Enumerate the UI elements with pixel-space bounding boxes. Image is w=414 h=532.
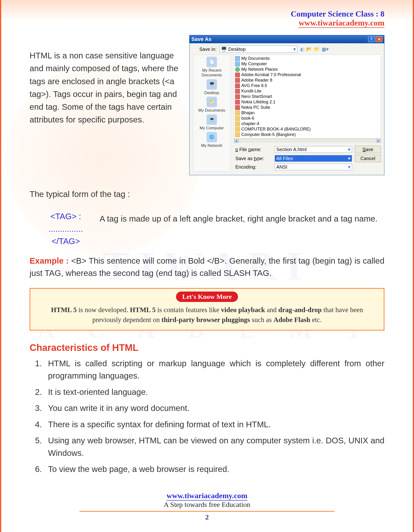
- close-button[interactable]: ✕: [376, 36, 382, 42]
- save-in-label: Save in:: [193, 47, 216, 52]
- filename-input[interactable]: Section A.html▾: [275, 146, 352, 153]
- list-item: There is a specific syntax for defining …: [44, 418, 385, 431]
- cancel-button[interactable]: Cancel: [355, 155, 381, 162]
- horizontal-scrollbar[interactable]: ◂ ▸: [234, 139, 381, 143]
- list-item-label: Kundli-Lite: [241, 89, 261, 94]
- tag-description: A tag is made up of a left angle bracket…: [100, 210, 385, 225]
- list-item[interactable]: My Documents: [235, 56, 380, 61]
- place-documents[interactable]: 📁My Documents: [198, 97, 225, 113]
- list-item[interactable]: Kundli-Lite: [235, 88, 380, 94]
- list-item: You can write it in any word document.: [44, 402, 385, 415]
- app-icon: [235, 78, 240, 83]
- doc-icon: [235, 62, 240, 66]
- list-item-label: chapter-4: [241, 121, 259, 126]
- scroll-left-icon[interactable]: ◂: [234, 139, 239, 143]
- file-list[interactable]: My DocumentsMy ComputerMy Network Places…: [234, 55, 381, 139]
- list-item[interactable]: My Computer: [235, 61, 380, 67]
- list-item: HTML is called scripting or markup langu…: [44, 357, 385, 382]
- savetype-dropdown[interactable]: All Files▾: [275, 155, 352, 162]
- list-item[interactable]: Nokia PC Suite: [235, 105, 380, 110]
- list-item-label: Nokia PC Suite: [241, 105, 270, 110]
- header-url: www.tiwariacademy.com: [298, 19, 385, 28]
- up-icon[interactable]: 📂: [306, 46, 312, 52]
- list-item[interactable]: chapter-4: [235, 121, 380, 126]
- toolbar-icons: ◐ 📂 📁 ▦▾: [300, 46, 329, 52]
- list-item[interactable]: COMPUTER BOOK-4 (BANGLORE): [235, 126, 380, 132]
- place-network[interactable]: 🌐My Network: [201, 132, 222, 148]
- dialog-titlebar: Save As ? ✕: [190, 35, 384, 43]
- tag-form-heading: The typical form of the tag :: [29, 190, 385, 199]
- places-bar: 📄My Recent Documents 🖥️Desktop 📁My Docum…: [193, 55, 231, 172]
- list-item-label: COMPUTER BOOK-4 (BANGLORE): [241, 127, 311, 132]
- list-item-label: AVG Free 8.5: [241, 83, 267, 88]
- list-item-label: Nero StartSmart: [241, 94, 272, 99]
- list-item-label: book-6: [241, 116, 254, 121]
- app-icon: [235, 73, 240, 77]
- app-icon: [235, 89, 240, 94]
- dialog-title: Save As: [191, 36, 212, 42]
- know-more-body: HTML 5 is now developed. HTML 5 is conta…: [37, 305, 377, 325]
- list-item-label: My Computer: [241, 61, 267, 66]
- list-item[interactable]: book-6: [235, 116, 380, 121]
- list-item[interactable]: AVG Free 8.5: [235, 83, 380, 88]
- footer-url: www.tiwariacademy.com: [166, 491, 247, 501]
- desktop-icon: 🖥️: [221, 46, 227, 52]
- help-button[interactable]: ?: [368, 36, 375, 42]
- fold-icon: [235, 111, 240, 115]
- app-icon: [235, 84, 240, 88]
- list-item-label: Bhajan: [241, 110, 255, 115]
- place-desktop[interactable]: 🖥️Desktop: [204, 79, 219, 95]
- list-item[interactable]: Adobe Reader 8: [235, 77, 380, 83]
- list-item[interactable]: Nero StartSmart: [235, 94, 380, 99]
- example-paragraph: Example : <B> This sentence will come in…: [29, 255, 385, 279]
- doc-icon: [235, 56, 240, 61]
- tag-column: <TAG> : ............... </TAG>: [48, 210, 83, 247]
- views-icon[interactable]: ▦▾: [322, 46, 329, 52]
- know-more-box: Let's Know More HTML 5 is now developed.…: [29, 288, 385, 331]
- list-item-label: Computer Book-5 (Banglore): [241, 132, 296, 137]
- fold-icon: [235, 127, 240, 132]
- save-in-value: Desktop: [228, 47, 246, 52]
- list-item-label: My Documents: [241, 56, 270, 61]
- list-item[interactable]: Bhajan: [235, 110, 380, 116]
- list-item: It is text-oriented language.: [44, 386, 385, 399]
- fold-icon: [235, 116, 240, 121]
- list-item: To view the web page, a web browser is r…: [44, 463, 385, 475]
- characteristics-list: HTML is called scripting or markup langu…: [29, 357, 385, 475]
- save-button[interactable]: Save: [355, 146, 381, 153]
- filename-label: n File name:File name:: [234, 147, 272, 152]
- page-title: Computer Science Class : 8: [29, 10, 385, 19]
- new-folder-icon[interactable]: 📁: [314, 46, 320, 52]
- list-item[interactable]: Nokia Lifeblog 2.1: [235, 99, 380, 105]
- characteristics-heading: Characteristics of HTML: [29, 342, 385, 353]
- encoding-dropdown[interactable]: ANSI▾: [275, 164, 352, 170]
- list-item-label: Nokia Lifeblog 2.1: [241, 100, 275, 104]
- fold-icon: [235, 122, 240, 126]
- know-more-pill: Let's Know More: [176, 292, 238, 302]
- list-item-label: Adobe Acrobat 7.0 Professional: [241, 72, 301, 77]
- scroll-right-icon[interactable]: ▸: [376, 139, 381, 143]
- fold-icon: [235, 133, 240, 137]
- save-as-dialog: Save As ? ✕ Save in: 🖥️ Desktop ▾: [189, 35, 385, 175]
- back-icon[interactable]: ◐: [300, 46, 304, 52]
- app-icon: [235, 105, 240, 110]
- list-item: Using any web browser, HTML can be viewe…: [44, 434, 385, 459]
- glob-icon: [235, 67, 240, 72]
- page-footer: www.tiwariacademy.com A Step towards fre…: [1, 491, 413, 521]
- intro-paragraph: HTML is a non case sensitive language an…: [29, 35, 182, 126]
- place-computer[interactable]: 💻My Computer: [200, 114, 224, 131]
- footer-rule: [79, 511, 335, 512]
- app-icon: [235, 100, 240, 104]
- list-item[interactable]: Adobe Acrobat 7.0 Professional: [235, 72, 380, 77]
- list-item-label: My Network Places: [241, 67, 278, 72]
- app-icon: [235, 94, 240, 99]
- list-item-label: Adobe Reader 8: [241, 78, 272, 83]
- place-recent[interactable]: 📄My Recent Documents: [194, 57, 230, 78]
- savetype-label: Save as type:: [234, 156, 272, 161]
- chevron-down-icon: ▾: [293, 46, 296, 52]
- page-number: 2: [1, 513, 413, 521]
- encoding-label: Encoding:: [234, 164, 272, 170]
- save-in-dropdown[interactable]: 🖥️ Desktop ▾: [219, 46, 297, 53]
- list-item[interactable]: Computer Book-5 (Banglore): [235, 132, 380, 137]
- list-item[interactable]: My Network Places: [235, 67, 380, 72]
